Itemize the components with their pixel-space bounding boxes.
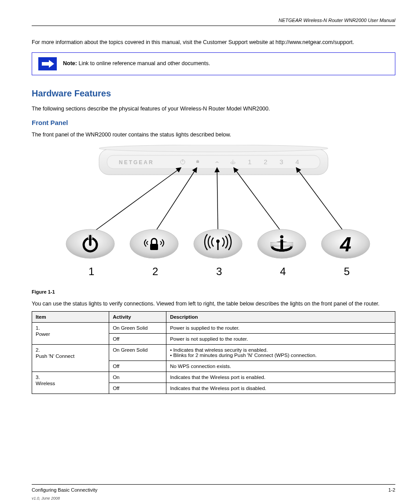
after-figure-paragraph: You can use the status lights to verify …	[32, 301, 395, 307]
panel-label-3: 3	[280, 158, 283, 166]
svg-point-10	[232, 160, 233, 161]
callout-internet	[258, 229, 306, 258]
svg-point-26	[217, 240, 220, 243]
row1-act1: On Green Solid	[109, 323, 166, 334]
svg-line-14	[155, 168, 197, 233]
row2-name: Push 'N' Connect	[36, 353, 74, 359]
callout-num-4: 4	[280, 265, 286, 277]
table-row: 3. Wireless On Indicates that the Wirele…	[32, 372, 395, 383]
footer-right: 1-2	[388, 487, 395, 493]
note-box: Note: Link to online reference manual an…	[32, 52, 395, 75]
row1-desc1: Power is supplied to the router.	[166, 323, 395, 334]
callout-num-1: 1	[88, 265, 94, 277]
row2-num: 2.	[36, 347, 105, 353]
svg-point-4	[99, 145, 328, 152]
page-footer: Configuring Basic Connectivity 1-2	[32, 484, 395, 493]
row1-name: Power	[36, 331, 50, 337]
panel-label-4: 4	[295, 158, 299, 166]
row1-act2: Off	[109, 334, 166, 345]
svg-line-15	[217, 168, 218, 232]
subsection-heading: Front Panel	[32, 119, 395, 126]
callout-power	[66, 229, 114, 258]
doc-version: v1.0, June 2008	[32, 496, 60, 500]
th-item: Item	[32, 312, 109, 323]
header-rule	[32, 26, 395, 26]
row3-desc1: Indicates that the Wireless port is enab…	[166, 372, 395, 383]
row1-desc2: Power is not supplied to the router.	[166, 334, 395, 345]
note-label: Note:	[63, 60, 77, 66]
intro-paragraph: For more information about the topics co…	[32, 38, 395, 46]
router-brand-label: NETGEAR	[119, 159, 154, 166]
panel-label-2: 2	[264, 158, 267, 166]
row2-act2: Off	[109, 361, 166, 372]
front-panel-figure: NETGEAR 1 2 3 4	[32, 145, 395, 286]
svg-rect-8	[196, 161, 199, 163]
table-row: 2. Push 'N' Connect On Green Solid Indic…	[32, 345, 395, 361]
row2-bullet2: Blinks for 2 minutes during Push 'N' Con…	[170, 353, 391, 358]
arrow-right-icon	[38, 57, 57, 70]
svg-rect-24	[150, 244, 158, 250]
note-body: Link to online reference manual and othe…	[78, 60, 210, 66]
callout-push-n-connect	[130, 229, 178, 258]
row2-desc2: No WPS connection exists.	[166, 361, 395, 372]
row3-num: 3.	[36, 375, 105, 380]
note-text: Note: Link to online reference manual an…	[63, 60, 210, 68]
svg-text:4: 4	[339, 233, 351, 256]
subsection-intro: The front panel of the WNR2000 router co…	[32, 131, 395, 139]
svg-line-16	[234, 168, 282, 233]
callout-num-2: 2	[152, 265, 158, 277]
row2-act1: On Green Solid	[109, 345, 166, 361]
table-row: 1. Power On Green Solid Power is supplie…	[32, 323, 395, 334]
footer-left: Configuring Basic Connectivity	[32, 487, 97, 493]
callout-lan: 4	[321, 229, 370, 258]
callout-num-3: 3	[216, 265, 222, 277]
doc-header-title: NETGEAR Wireless-N Router WNR2000 User M…	[32, 18, 395, 23]
led-table: Item Activity Description 1. Power On Gr…	[32, 311, 395, 394]
row2-bullet1: Indicates that wireless security is enab…	[170, 347, 391, 353]
svg-line-17	[296, 168, 345, 233]
svg-line-13	[92, 168, 181, 233]
panel-label-1: 1	[248, 158, 251, 166]
row2-desc1: Indicates that wireless security is enab…	[166, 345, 395, 361]
svg-point-32	[280, 235, 284, 239]
row3-name: Wireless	[36, 381, 55, 386]
section-intro: The following sections describe the phys…	[32, 105, 395, 113]
row3-act1: On	[109, 372, 166, 383]
figure-caption: Figure 1-1	[32, 289, 395, 294]
row3-act2: Off	[109, 383, 166, 394]
callout-num-5: 5	[344, 265, 350, 277]
callout-wireless	[194, 229, 242, 258]
svg-rect-33	[280, 239, 283, 249]
th-description: Description	[166, 312, 395, 323]
section-heading: Hardware Features	[32, 88, 395, 99]
row3-desc2: Indicates that the Wireless port is disa…	[166, 383, 395, 394]
th-activity: Activity	[109, 312, 166, 323]
table-header-row: Item Activity Description	[32, 312, 395, 323]
row1-num: 1.	[36, 325, 105, 331]
